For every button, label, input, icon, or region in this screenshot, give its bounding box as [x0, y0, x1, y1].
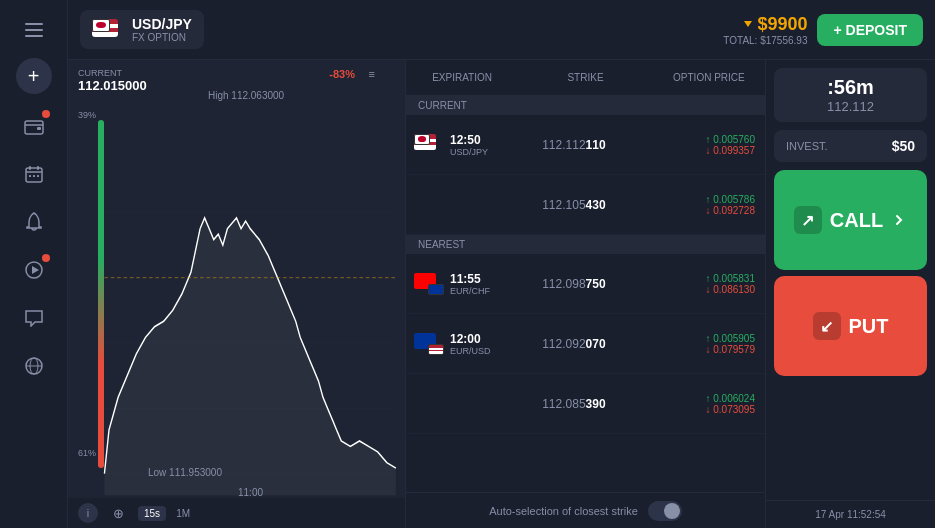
price-cell-1: ↑ 0.005760 ↓ 0.099357 — [642, 134, 765, 156]
svg-rect-4 — [37, 127, 41, 130]
time-interval-button[interactable]: 15s — [138, 506, 166, 521]
pair-flag-eurchf — [414, 273, 444, 295]
sidebar: + — [0, 0, 68, 528]
add-button[interactable]: + — [16, 58, 52, 94]
price-down-1: ↓ 0.099357 — [706, 145, 756, 156]
balance-area: $9900 TOTAL: $17556.93 — [723, 14, 807, 46]
datetime-bar: 17 Apr 11:52:54 — [766, 500, 935, 528]
svg-rect-0 — [25, 23, 43, 25]
put-label: PUT — [849, 315, 889, 338]
timer-value: :56m — [782, 76, 919, 99]
flag-jpy — [92, 19, 110, 32]
flag-eu-overlay — [428, 284, 444, 295]
invest-box[interactable]: INVEST. $50 — [774, 130, 927, 162]
svg-marker-15 — [744, 21, 752, 27]
calendar-icon[interactable] — [14, 154, 54, 194]
option-row-2[interactable]: 112.105430 ↑ 0.005786 ↓ 0.092728 — [406, 175, 765, 235]
svg-rect-1 — [25, 29, 43, 31]
chart-label: CURRENT — [78, 68, 147, 78]
call-arrow-icon: ↗ — [794, 206, 822, 234]
auto-selection-bar: Auto-selection of closest strike — [406, 492, 765, 528]
call-chevron-icon — [891, 212, 907, 228]
call-button[interactable]: ↗ CALL — [774, 170, 927, 270]
nearest-section-label: NEAREST — [406, 235, 765, 254]
expiry-info-3: 11:55 EUR/CHF — [450, 272, 490, 296]
bell-icon[interactable] — [14, 202, 54, 242]
chart-pct-top: 39% — [78, 110, 96, 120]
options-header: EXPIRATION STRIKE OPTION PRICE — [406, 60, 765, 96]
balance-arrow-icon — [743, 19, 753, 29]
auto-selection-text: Auto-selection of closest strike — [489, 505, 638, 517]
strike-cell-2: 112.105430 — [506, 198, 642, 212]
chart-pct-line: ≡ — [369, 68, 375, 80]
strike-cell-3: 112.098750 — [506, 277, 642, 291]
chat-icon[interactable] — [14, 298, 54, 338]
auto-selection-toggle[interactable] — [648, 501, 682, 521]
total-label: TOTAL: — [723, 35, 757, 46]
price-down-2: ↓ 0.092728 — [706, 205, 756, 216]
chart-bottom-bar: i ⊕ 15s 1M — [68, 498, 405, 528]
compass-icon[interactable]: ⊕ — [108, 503, 128, 523]
expiry-info-1: 12:50 USD/JPY — [450, 133, 488, 157]
chart-color-bar — [98, 120, 104, 468]
chart-current-price: 112.015000 — [78, 78, 147, 93]
svg-rect-8 — [29, 175, 31, 177]
price-down-5: ↓ 0.073095 — [706, 404, 756, 415]
flag-jp-overlay — [414, 134, 430, 145]
chart-section: CURRENT 112.015000 High 112.063000 Low 1… — [68, 60, 405, 528]
invest-amount: $50 — [892, 138, 915, 154]
deposit-button[interactable]: + DEPOSIT — [817, 14, 923, 46]
price-down-4: ↓ 0.079579 — [706, 344, 756, 355]
svg-rect-2 — [25, 35, 43, 37]
menu-icon[interactable] — [14, 10, 54, 50]
option-row-eurusd[interactable]: 12:00 EUR/USD 112.092070 ↑ 0.005905 ↓ 0.… — [406, 314, 765, 374]
chart-high: High 112.063000 — [208, 90, 284, 101]
price-up-5: ↑ 0.006024 — [706, 393, 756, 404]
chart-time: 11:00 — [238, 487, 263, 498]
period-button[interactable]: 1M — [176, 508, 190, 519]
balance-total: TOTAL: $17556.93 — [723, 35, 807, 46]
chart-svg — [68, 60, 405, 528]
play-icon[interactable] — [14, 250, 54, 290]
call-label: CALL — [830, 209, 883, 232]
option-row-eurchf[interactable]: 11:55 EUR/CHF 112.098750 ↑ 0.005831 ↓ 0.… — [406, 254, 765, 314]
chart-percent: -83% — [329, 68, 355, 80]
strike-cell-1: 112.112110 — [506, 138, 642, 152]
expiry-cell-3: 11:55 EUR/CHF — [406, 272, 506, 296]
svg-marker-12 — [32, 266, 39, 274]
asset-flag — [92, 19, 124, 41]
col-strike: STRIKE — [518, 60, 653, 95]
total-value: $17556.93 — [760, 35, 807, 46]
balance-amount: $9900 — [757, 14, 807, 35]
chart-header: CURRENT 112.015000 — [78, 68, 147, 93]
option-row-5[interactable]: 112.085390 ↑ 0.006024 ↓ 0.073095 — [406, 374, 765, 434]
price-up-3: ↑ 0.005831 — [706, 273, 756, 284]
globe-icon[interactable] — [14, 346, 54, 386]
price-up-2: ↑ 0.005786 — [706, 194, 756, 205]
chart-panel-area: CURRENT 112.015000 High 112.063000 Low 1… — [68, 60, 935, 528]
price-up-1: ↑ 0.005760 — [706, 134, 756, 145]
info-icon[interactable]: i — [78, 503, 98, 523]
top-bar: USD/JPY FX OPTION $9900 TOTAL: $17556.93… — [68, 0, 935, 60]
wallet-icon[interactable] — [14, 106, 54, 146]
svg-rect-9 — [33, 175, 35, 177]
price-down-3: ↓ 0.086130 — [706, 284, 756, 295]
pair-flag-usdjpy — [414, 134, 444, 156]
price-cell-4: ↑ 0.005905 ↓ 0.079579 — [642, 333, 765, 355]
option-row-current[interactable]: 12:50 USD/JPY 112.112110 ↑ 0.005760 ↓ 0.… — [406, 115, 765, 175]
strike-cell-5: 112.085390 — [506, 397, 642, 411]
asset-selector[interactable]: USD/JPY FX OPTION — [80, 10, 204, 49]
asset-type: FX OPTION — [132, 32, 192, 43]
put-button[interactable]: ↙ PUT — [774, 276, 927, 376]
main-area: USD/JPY FX OPTION $9900 TOTAL: $17556.93… — [68, 0, 935, 528]
col-option-price: OPTION PRICE — [653, 60, 765, 95]
timer-box: :56m 112.112 — [774, 68, 927, 122]
svg-rect-6 — [29, 166, 31, 170]
options-panel: EXPIRATION STRIKE OPTION PRICE CURRENT — [405, 60, 765, 528]
current-section-label: CURRENT — [406, 96, 765, 115]
flag-us-overlay — [428, 344, 444, 355]
right-panel: :56m 112.112 INVEST. $50 ↗ CALL ↙ PUT 17… — [765, 60, 935, 528]
chart-low: Low 111.953000 — [148, 467, 222, 478]
expiry-info-4: 12:00 EUR/USD — [450, 332, 491, 356]
timer-price: 112.112 — [782, 99, 919, 114]
